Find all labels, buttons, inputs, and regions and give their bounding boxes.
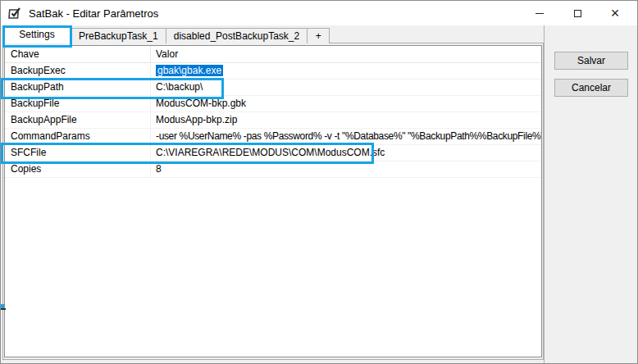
param-key: BackupFile [5, 96, 151, 111]
param-value[interactable]: C:\backup\ [151, 80, 541, 95]
app-checkbox-icon [8, 7, 22, 20]
table-row-backupappfile[interactable]: BackupAppFile ModusApp-bkp.zip [5, 112, 541, 129]
param-value[interactable]: ModusApp-bkp.zip [151, 112, 541, 128]
cancel-button[interactable]: Cancelar [554, 79, 628, 97]
param-value[interactable]: 8 [151, 162, 541, 177]
param-key: Copies [5, 162, 151, 177]
tab-label: Settings [19, 29, 54, 40]
table-row-backupfile[interactable]: BackupFile ModusCOM-bkp.gbk [5, 96, 541, 112]
selected-value-text: gbak\gbak.exe [156, 65, 223, 76]
table-row-copies[interactable]: Copies 8 [5, 162, 541, 178]
add-tab-icon: + [316, 30, 321, 42]
param-key: SFCFile [5, 145, 151, 161]
param-value[interactable]: gbak\gbak.exe [151, 63, 541, 79]
tab-label: PreBackupTask_1 [79, 30, 158, 42]
table-row-backupexec[interactable]: BackupExec gbak\gbak.exe [5, 63, 541, 80]
maximize-icon [574, 10, 581, 17]
parameters-table: Chave Valor BackupExec gbak\gbak.exe Bac… [4, 45, 542, 357]
minimize-button[interactable] [521, 1, 558, 25]
tab-add[interactable]: + [307, 28, 330, 43]
param-key: CommandParams [5, 129, 151, 144]
close-icon: × [611, 6, 620, 20]
param-value[interactable]: C:\VIAREGRA\REDE\MODUS\COM\ModusCOM.sfc [151, 145, 541, 161]
param-key: BackupAppFile [5, 112, 151, 128]
param-value[interactable]: -user %UserName% -pas %Password% -v -t "… [151, 129, 541, 144]
minimize-icon [535, 13, 544, 14]
param-key: BackupPath [5, 80, 151, 95]
tab-disabled-postbackuptask-2[interactable]: disabled_PostBackupTask_2 [166, 28, 308, 43]
column-header-valor[interactable]: Valor [151, 46, 541, 62]
column-header-chave[interactable]: Chave [5, 46, 151, 62]
param-value[interactable]: ModusCOM-bkp.gbk [151, 96, 541, 111]
tab-settings[interactable]: Settings [2, 25, 71, 43]
tab-prebackuptask-1[interactable]: PreBackupTask_1 [71, 28, 166, 43]
table-row-commandparams[interactable]: CommandParams -user %UserName% -pas %Pas… [5, 129, 541, 145]
table-row-backuppath[interactable]: BackupPath C:\backup\ [5, 80, 541, 96]
maximize-button[interactable] [558, 1, 596, 25]
param-key: BackupExec [5, 63, 151, 79]
close-button[interactable]: × [596, 1, 634, 25]
save-button[interactable]: Salvar [554, 52, 628, 70]
title-bar: SatBak - Editar Parâmetros × [1, 1, 637, 25]
dialog-window: SatBak - Editar Parâmetros × Settings Pr… [0, 0, 638, 364]
table-row-sfcfile[interactable]: SFCFile C:\VIAREGRA\REDE\MODUS\COM\Modus… [5, 145, 541, 162]
table-header: Chave Valor [5, 46, 541, 63]
button-panel: Salvar Cancelar [544, 25, 638, 364]
tab-label: disabled_PostBackupTask_2 [174, 30, 299, 42]
window-controls: × [521, 1, 634, 25]
window-title: SatBak - Editar Parâmetros [29, 7, 158, 20]
tab-strip: Settings PreBackupTask_1 disabled_PostBa… [2, 25, 330, 43]
